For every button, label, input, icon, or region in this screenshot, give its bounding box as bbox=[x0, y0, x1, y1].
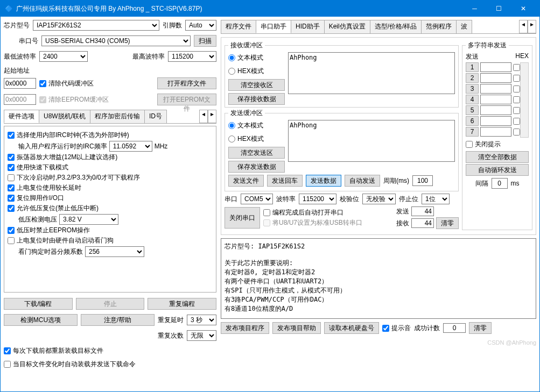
download-button[interactable]: 下载/编程 bbox=[4, 298, 73, 310]
ms-send-6[interactable]: 6 bbox=[466, 116, 479, 126]
ms-text-1[interactable] bbox=[480, 62, 511, 72]
send-data-button[interactable]: 发送数据 bbox=[306, 175, 341, 187]
info-textarea[interactable]: 芯片型号: IAP15F2K61S2 关于此芯片的重要说明: 有定时器0, 定时… bbox=[221, 238, 536, 319]
reload-checkbox[interactable] bbox=[4, 347, 11, 354]
close-hint-checkbox[interactable] bbox=[466, 141, 473, 148]
auto-loop-button[interactable]: 自动循环发送 bbox=[466, 164, 529, 176]
send-textarea[interactable]: AhPhong bbox=[288, 120, 455, 162]
parity-select[interactable]: 无校验 bbox=[362, 194, 396, 204]
wdt-checkbox[interactable] bbox=[8, 237, 15, 244]
open-program-button[interactable]: 打开程序文件 bbox=[157, 77, 216, 89]
max-baud-select[interactable]: 115200 bbox=[168, 51, 216, 62]
tab-wave[interactable]: 波 bbox=[456, 20, 472, 33]
tab-nav-right[interactable]: ▸ bbox=[208, 110, 216, 123]
tab-encrypt[interactable]: 程序加密后传输 bbox=[90, 110, 145, 123]
send-text-mode-radio[interactable] bbox=[228, 122, 235, 129]
ms-hex-7[interactable] bbox=[513, 129, 520, 136]
lv-detect-select[interactable]: 3.82 V bbox=[59, 214, 118, 225]
maximize-button[interactable]: ☐ bbox=[487, 1, 511, 17]
ms-send-4[interactable]: 4 bbox=[466, 95, 479, 104]
ms-text-5[interactable] bbox=[480, 105, 511, 115]
ms-send-3[interactable]: 3 bbox=[466, 84, 479, 94]
close-button[interactable]: ✕ bbox=[511, 1, 535, 17]
ms-hex-6[interactable] bbox=[513, 118, 520, 125]
ms-hex-5[interactable] bbox=[513, 107, 520, 114]
send-file-button[interactable]: 发送文件 bbox=[228, 175, 264, 187]
multisend-scrollbar[interactable] bbox=[520, 62, 529, 138]
tab-id[interactable]: ID号 bbox=[144, 110, 167, 123]
save-recv-button[interactable]: 保存接收数据 bbox=[228, 93, 285, 105]
repeat-count-select[interactable]: 无限 bbox=[187, 330, 216, 341]
min-baud-select[interactable]: 2400 bbox=[39, 51, 88, 62]
reprog-button[interactable]: 重复编程 bbox=[148, 298, 216, 310]
reset-io-checkbox[interactable] bbox=[8, 195, 15, 202]
osc-gain-checkbox[interactable] bbox=[8, 154, 15, 161]
ms-hex-3[interactable] bbox=[513, 85, 520, 92]
scan-button[interactable]: 扫描 bbox=[194, 35, 216, 47]
serial-select[interactable]: COM5 bbox=[241, 194, 273, 204]
wdt-div-select[interactable]: 256 bbox=[85, 246, 144, 257]
tab-serial-helper[interactable]: 串口助手 bbox=[256, 20, 291, 33]
clear-success-button[interactable]: 清零 bbox=[469, 322, 492, 334]
auto-send-button[interactable]: 自动发送 bbox=[345, 175, 380, 187]
rtab-nav-right[interactable]: ▸ bbox=[528, 20, 536, 33]
send-hex-mode-radio[interactable] bbox=[228, 136, 235, 142]
recv-hex-mode-radio[interactable] bbox=[228, 68, 235, 75]
clear-recv-button[interactable]: 清空接收区 bbox=[228, 79, 285, 91]
close-port-button[interactable]: 关闭串口 bbox=[225, 207, 260, 229]
tab-hardware[interactable]: 硬件选项 bbox=[4, 110, 39, 123]
ms-send-7[interactable]: 7 bbox=[466, 127, 479, 137]
rtab-nav-left[interactable]: ◂ bbox=[519, 20, 528, 33]
ms-text-2[interactable] bbox=[480, 73, 511, 83]
lv-eeprom-checkbox[interactable] bbox=[8, 227, 15, 234]
chip-model-select[interactable]: IAP15F2K61S2 bbox=[33, 20, 159, 31]
ms-hex-2[interactable] bbox=[513, 75, 520, 82]
tab-u8w[interactable]: U8W脱机/联机 bbox=[39, 110, 90, 123]
stopbit-select[interactable]: 1位 bbox=[422, 194, 450, 204]
interval-input[interactable] bbox=[492, 178, 508, 189]
port-select[interactable]: USB-SERIAL CH340 (COM5) bbox=[41, 35, 191, 46]
clear-all-button[interactable]: 清空全部数据 bbox=[466, 151, 529, 163]
tab-keil[interactable]: Keil仿真设置 bbox=[324, 20, 370, 33]
clear-code-checkbox[interactable] bbox=[39, 80, 46, 87]
tab-program-file[interactable]: 程序文件 bbox=[221, 20, 256, 33]
ms-text-6[interactable] bbox=[480, 116, 511, 126]
publish-program-button[interactable]: 发布项目程序 bbox=[221, 322, 269, 334]
long-delay-checkbox[interactable] bbox=[8, 184, 15, 191]
baud-select[interactable]: 115200 bbox=[299, 194, 336, 204]
ms-text-7[interactable] bbox=[480, 127, 511, 137]
ms-send-1[interactable]: 1 bbox=[466, 62, 479, 72]
auto-open-checkbox[interactable] bbox=[263, 209, 270, 216]
auto-send-cmd-checkbox[interactable] bbox=[4, 361, 11, 368]
irc-checkbox[interactable] bbox=[8, 132, 15, 139]
addr1-input[interactable] bbox=[4, 78, 36, 89]
clear-send-button[interactable]: 清空发送区 bbox=[228, 147, 285, 159]
recv-text-mode-radio[interactable] bbox=[228, 54, 235, 61]
cold-start-checkbox[interactable] bbox=[8, 174, 15, 181]
clear-count-button[interactable]: 清零 bbox=[436, 217, 459, 229]
lv-reset-checkbox[interactable] bbox=[8, 205, 15, 212]
help-button[interactable]: 注意/帮助 bbox=[81, 314, 155, 326]
pin-count-select[interactable]: Auto bbox=[185, 20, 216, 31]
period-input[interactable] bbox=[412, 175, 433, 186]
read-hdd-button[interactable]: 读取本机硬盘号 bbox=[324, 322, 379, 334]
irc-freq-select[interactable]: 11.0592 bbox=[109, 141, 152, 152]
tab-hid-helper[interactable]: HID助手 bbox=[291, 20, 325, 33]
repeat-delay-select[interactable]: 3 秒 bbox=[187, 315, 216, 325]
ms-send-5[interactable]: 5 bbox=[466, 105, 479, 115]
ms-hex-4[interactable] bbox=[513, 96, 520, 103]
detect-mcu-button[interactable]: 检测MCU选项 bbox=[4, 314, 78, 326]
ms-send-2[interactable]: 2 bbox=[466, 73, 479, 83]
minimize-button[interactable]: ─ bbox=[462, 1, 487, 17]
save-send-button[interactable]: 保存发送数据 bbox=[228, 161, 285, 173]
tab-nav-left[interactable]: ◂ bbox=[199, 110, 208, 123]
addr2-input[interactable] bbox=[4, 94, 36, 105]
recv-textarea[interactable]: AhPhong bbox=[288, 52, 455, 94]
ms-hex-1[interactable] bbox=[513, 64, 520, 71]
fast-dl-checkbox[interactable] bbox=[8, 164, 15, 171]
tab-selection[interactable]: 选型/价格/样品 bbox=[370, 20, 422, 33]
ms-text-3[interactable] bbox=[480, 84, 511, 94]
ms-text-4[interactable] bbox=[480, 95, 511, 104]
publish-help-button[interactable]: 发布项目帮助 bbox=[272, 322, 321, 334]
hint-sound-checkbox[interactable] bbox=[382, 325, 389, 332]
